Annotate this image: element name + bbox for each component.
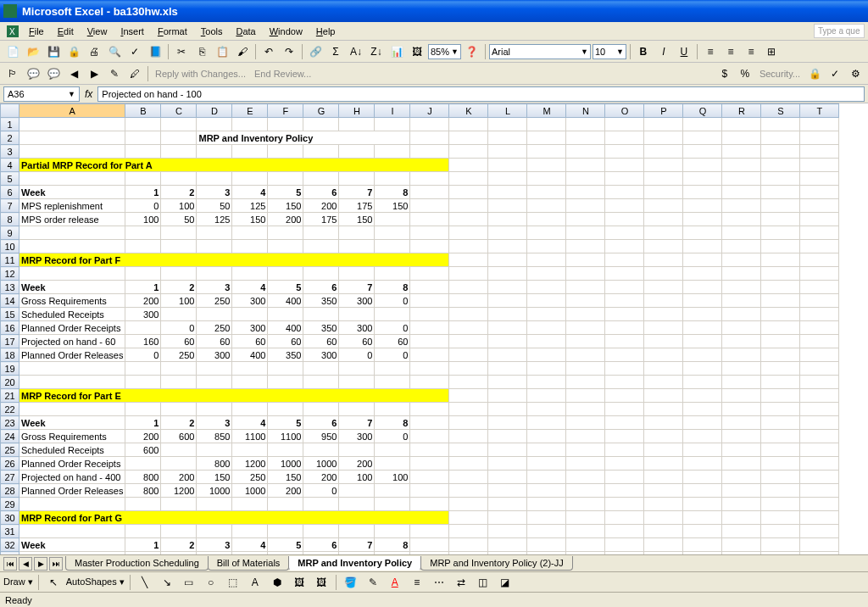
undo-icon[interactable]: ↶	[259, 42, 278, 61]
cell[interactable]	[605, 159, 644, 172]
shadow-icon[interactable]: ◫	[474, 573, 492, 592]
copy-icon[interactable]: ⎘	[192, 42, 211, 61]
flag-icon[interactable]: 🏳	[3, 64, 22, 83]
cell[interactable]	[410, 348, 449, 362]
cell[interactable]	[761, 145, 800, 159]
cell[interactable]: 7	[339, 281, 375, 294]
cell[interactable]	[19, 403, 125, 416]
cell[interactable]	[197, 525, 232, 538]
cell[interactable]	[375, 362, 410, 376]
cell[interactable]	[761, 186, 800, 199]
spelling-icon[interactable]: ✓	[125, 42, 144, 61]
cell[interactable]	[761, 118, 800, 131]
cell[interactable]	[605, 281, 644, 294]
row-label[interactable]: Projected on hand - 400	[19, 471, 125, 484]
cell[interactable]	[605, 240, 644, 253]
print-icon[interactable]: 🖨	[85, 42, 103, 61]
cell[interactable]: 7	[339, 416, 375, 430]
cell[interactable]	[339, 267, 375, 281]
cell[interactable]	[161, 226, 197, 240]
cell[interactable]	[449, 457, 488, 471]
cell[interactable]: 100	[161, 199, 197, 213]
cell[interactable]	[683, 498, 722, 511]
cell[interactable]	[605, 294, 644, 308]
cell[interactable]	[566, 226, 605, 240]
cell[interactable]	[125, 321, 161, 335]
cell[interactable]	[566, 403, 605, 416]
cell[interactable]: 1	[125, 281, 161, 294]
cell[interactable]	[800, 226, 839, 240]
cell[interactable]	[268, 498, 303, 511]
row-label[interactable]: Week	[19, 186, 125, 199]
cell[interactable]	[449, 118, 488, 131]
col-header-P[interactable]: P	[644, 104, 683, 118]
row-header[interactable]: 25	[1, 443, 19, 457]
cell[interactable]: 400	[232, 348, 268, 362]
cell[interactable]	[449, 403, 488, 416]
cell[interactable]	[722, 321, 761, 335]
cell[interactable]	[125, 226, 161, 240]
row-header[interactable]: 27	[1, 471, 19, 484]
cell[interactable]	[644, 294, 683, 308]
row-header[interactable]: 1	[1, 118, 19, 131]
cell[interactable]	[232, 118, 268, 131]
merge-icon[interactable]: ⊞	[762, 42, 781, 61]
cell[interactable]: 1000	[268, 457, 303, 471]
cell[interactable]	[449, 416, 488, 430]
cell[interactable]	[800, 430, 839, 443]
cell[interactable]	[161, 525, 197, 538]
cell[interactable]	[722, 213, 761, 226]
cell[interactable]	[232, 226, 268, 240]
cell[interactable]	[683, 443, 722, 457]
cell[interactable]	[488, 376, 527, 389]
cell[interactable]	[800, 118, 839, 131]
cell[interactable]	[722, 484, 761, 498]
cell[interactable]	[761, 253, 800, 267]
cell[interactable]: 175	[339, 199, 375, 213]
tab-prev-icon[interactable]: ◀	[19, 557, 32, 571]
cell[interactable]	[605, 443, 644, 457]
cell[interactable]	[410, 294, 449, 308]
cell[interactable]	[488, 294, 527, 308]
cell[interactable]	[161, 376, 197, 389]
cell[interactable]: 600	[161, 430, 197, 443]
cell[interactable]	[800, 321, 839, 335]
cell[interactable]	[800, 443, 839, 457]
cell[interactable]: 350	[303, 321, 339, 335]
cell[interactable]: 300	[232, 321, 268, 335]
row-header[interactable]: 18	[1, 348, 19, 362]
row-label[interactable]: Planned Order Receipts	[19, 457, 125, 471]
cell[interactable]	[683, 226, 722, 240]
cell[interactable]	[488, 172, 527, 186]
cell[interactable]: 1	[125, 416, 161, 430]
cell[interactable]	[488, 348, 527, 362]
cell[interactable]	[722, 240, 761, 253]
cell[interactable]	[683, 240, 722, 253]
cell[interactable]: 400	[268, 294, 303, 308]
cell[interactable]	[722, 145, 761, 159]
cell[interactable]	[800, 199, 839, 213]
wordart-icon[interactable]: A	[246, 573, 264, 592]
cell[interactable]: 8	[375, 186, 410, 199]
cell[interactable]	[449, 186, 488, 199]
cell[interactable]	[303, 267, 339, 281]
research-icon[interactable]: 📘	[146, 42, 164, 61]
cell[interactable]	[449, 321, 488, 335]
cell[interactable]	[488, 308, 527, 321]
cell[interactable]	[410, 172, 449, 186]
cell[interactable]	[566, 511, 605, 525]
cell[interactable]: 5	[268, 186, 303, 199]
fill-color-icon[interactable]: 🪣	[342, 573, 360, 592]
open-icon[interactable]: 📂	[24, 42, 42, 61]
row-header[interactable]: 3	[1, 145, 19, 159]
cell[interactable]	[197, 362, 232, 376]
cell[interactable]	[161, 362, 197, 376]
cell[interactable]	[605, 362, 644, 376]
cell[interactable]: 175	[303, 213, 339, 226]
cell[interactable]	[488, 525, 527, 538]
cell[interactable]	[644, 226, 683, 240]
row-header[interactable]: 5	[1, 172, 19, 186]
cell[interactable]: 50	[197, 199, 232, 213]
cell[interactable]	[722, 403, 761, 416]
cell[interactable]: 300	[339, 430, 375, 443]
